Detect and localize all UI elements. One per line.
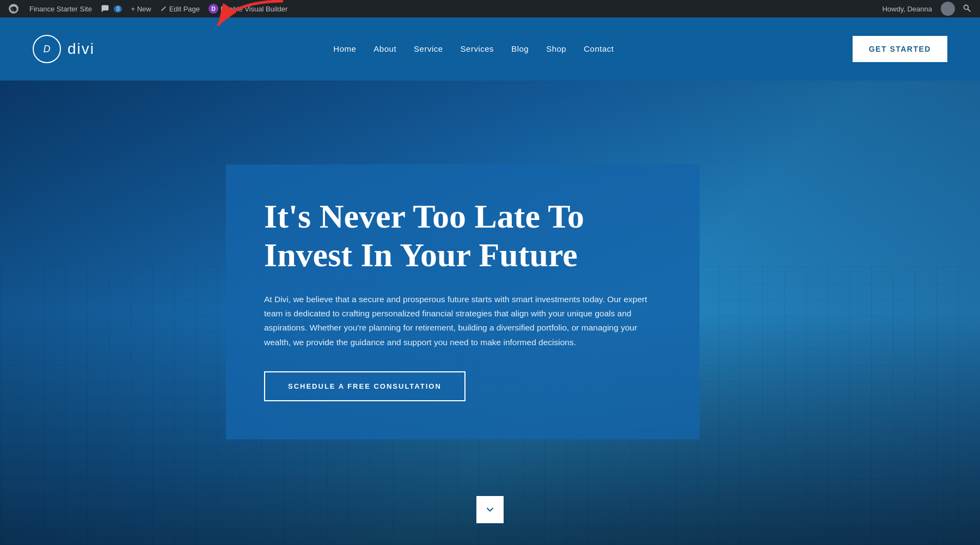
logo-text: divi <box>68 40 95 58</box>
nav-about[interactable]: About <box>373 42 396 57</box>
nav-contact[interactable]: Contact <box>584 42 614 57</box>
search-icon[interactable] <box>958 4 976 14</box>
site-name-item[interactable]: Finance Starter Site <box>25 0 96 17</box>
chevron-down-icon <box>485 504 495 515</box>
howdy-label: Howdy, Deanna <box>877 5 938 13</box>
logo-circle: D <box>33 35 61 63</box>
hero-section: It's Never Too Late To Invest In Your Fu… <box>0 81 980 545</box>
red-arrow <box>191 0 289 36</box>
nav-blog[interactable]: Blog <box>511 42 529 57</box>
main-nav: Home About Service Services Blog Shop Co… <box>333 42 614 57</box>
svg-line-3 <box>968 9 971 11</box>
admin-bar-right: Howdy, Deanna <box>877 2 976 16</box>
user-avatar <box>941 2 955 16</box>
hero-title: It's Never Too Late To Invest In Your Fu… <box>264 197 661 275</box>
scroll-down-button[interactable] <box>476 496 504 523</box>
logo[interactable]: D divi <box>33 35 95 63</box>
nav-service[interactable]: Service <box>414 42 443 57</box>
comments-item[interactable]: 0 <box>96 0 127 17</box>
new-label: + New <box>131 5 151 13</box>
logo-initial: D <box>44 44 51 55</box>
hero-description: At Divi, we believe that a secure and pr… <box>264 292 661 350</box>
admin-bar: Finance Starter Site 0 + New Edit Page D… <box>0 0 980 17</box>
nav-shop[interactable]: Shop <box>546 42 566 57</box>
nav-services[interactable]: Services <box>461 42 494 57</box>
site-header: D divi Home About Service Services Blog … <box>0 17 980 81</box>
get-started-button[interactable]: GET STARTED <box>853 36 947 62</box>
hero-card: It's Never Too Late To Invest In Your Fu… <box>226 164 700 439</box>
new-item[interactable]: + New <box>126 0 155 17</box>
nav-home[interactable]: Home <box>333 42 356 57</box>
comment-count: 0 <box>114 5 122 13</box>
svg-point-2 <box>964 5 968 9</box>
wp-logo-item[interactable] <box>4 0 25 17</box>
cta-button[interactable]: SCHEDULE A FREE CONSULTATION <box>264 371 465 401</box>
site-name-label: Finance Starter Site <box>29 5 92 13</box>
